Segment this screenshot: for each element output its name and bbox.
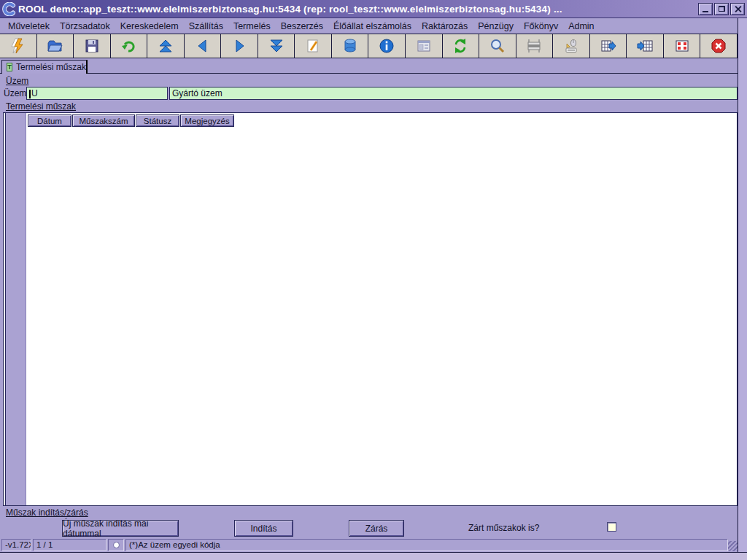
closed-shifts-checkbox[interactable] xyxy=(607,522,616,532)
table-rows-icon xyxy=(526,38,542,54)
toolbar-stop-button[interactable] xyxy=(700,34,738,58)
tab-t-icon: T xyxy=(7,63,12,71)
menu-item-muveletek[interactable]: Műveletek xyxy=(3,20,55,33)
application-window: ROOL demo::app_teszt::www.elelmiszerbizt… xyxy=(0,0,747,560)
tab-label: Termelési műszak xyxy=(16,62,86,72)
resize-grip[interactable] xyxy=(728,541,738,551)
tab-strip: T Termelési műszak xyxy=(0,60,738,74)
toolbar-table-cells-button[interactable] xyxy=(664,34,701,58)
toolbar-info-button[interactable] xyxy=(368,34,406,58)
minimize-icon xyxy=(703,11,708,12)
minimize-button[interactable] xyxy=(698,3,713,15)
status-led-panel xyxy=(108,539,124,551)
table-header-row: Dátum Műszakszám Státusz Megjegyzés xyxy=(28,114,235,127)
toolbar-table-rows-button[interactable] xyxy=(516,34,554,58)
menu-item-kereskedelem[interactable]: Kereskedelem xyxy=(115,20,184,33)
toolbar-import-table-button[interactable] xyxy=(627,34,664,58)
version-panel: -v1.72X xyxy=(1,539,31,551)
text-caret xyxy=(29,90,31,98)
window-frame-right xyxy=(738,18,747,552)
toolbar-export-table-button[interactable] xyxy=(590,34,627,58)
toolbar-save-button[interactable] xyxy=(74,34,111,58)
search-icon xyxy=(489,38,506,54)
tab-termelesi-muszak[interactable]: T Termelési műszak xyxy=(1,60,88,74)
menu-item-termeles[interactable]: Termelés xyxy=(228,20,276,33)
toolbar-open-button[interactable] xyxy=(37,34,74,58)
window-frame-bottom xyxy=(0,552,747,560)
close-shift-button[interactable]: Zárás xyxy=(349,520,404,537)
menu-item-fokonyv[interactable]: Főkönyv xyxy=(519,20,563,33)
column-header-statusz[interactable]: Státusz xyxy=(136,114,179,127)
keyboard-icon xyxy=(563,38,579,54)
column-header-megjegyzes[interactable]: Megjegyzés xyxy=(180,114,234,127)
edit-pencil-icon xyxy=(305,38,321,54)
save-floppy-icon xyxy=(84,38,100,54)
info-icon xyxy=(379,38,395,54)
import-table-icon xyxy=(637,38,653,54)
toolbar-first-record-button[interactable] xyxy=(147,34,185,58)
close-icon xyxy=(735,6,741,12)
start-shift-button[interactable]: Indítás xyxy=(234,520,293,537)
record-position-panel: 1 / 1 xyxy=(33,539,107,551)
toolbar-keyboard-button[interactable] xyxy=(553,34,590,58)
row-selector-column xyxy=(5,113,26,505)
window-title: ROOL demo::app_teszt::www.elelmiszerbizt… xyxy=(18,4,695,15)
run-lightning-icon xyxy=(10,38,26,54)
last-record-icon xyxy=(268,38,285,54)
menu-item-raktarozas[interactable]: Raktározás xyxy=(417,20,473,33)
undo-arrow-icon xyxy=(120,38,136,54)
column-header-datum[interactable]: Dátum xyxy=(28,114,71,127)
menu-item-admin[interactable]: Admin xyxy=(563,20,599,33)
stop-close-icon xyxy=(711,38,727,54)
export-table-icon xyxy=(600,38,616,54)
column-header-muszakszam[interactable]: Műszakszám xyxy=(72,114,135,127)
uzem-section-link[interactable]: Üzem xyxy=(6,76,28,86)
first-record-icon xyxy=(158,38,174,54)
toolbar-next-record-button[interactable] xyxy=(221,34,258,58)
toolbar-search-button[interactable] xyxy=(479,34,516,58)
app-logo-icon xyxy=(2,2,16,16)
previous-record-icon xyxy=(195,38,211,54)
uzem-field-label: Üzem: xyxy=(4,88,29,98)
hint-panel: (*)Az üzem egyedi kódja xyxy=(125,539,728,551)
next-record-icon xyxy=(231,38,247,54)
toolbar-undo-button[interactable] xyxy=(111,34,148,58)
title-bar[interactable]: ROOL demo::app_teszt::www.elelmiszerbizt… xyxy=(0,0,747,18)
toolbar-run-button[interactable] xyxy=(0,34,37,58)
restore-icon xyxy=(719,6,725,12)
menu-item-penzugy[interactable]: Pénzügy xyxy=(473,20,519,33)
open-folder-icon xyxy=(47,38,63,54)
refresh-icon xyxy=(452,38,468,54)
toolbar-last-record-button[interactable] xyxy=(258,34,295,58)
form-window-icon xyxy=(416,38,432,54)
menu-item-eloallat[interactable]: Élőállat elszámolás xyxy=(328,20,417,33)
shifts-section-link[interactable]: Termelési műszak xyxy=(6,101,76,112)
uzem-code-value: U xyxy=(31,88,38,98)
shifts-table[interactable]: Dátum Műszakszám Státusz Megjegyzés xyxy=(3,112,738,506)
toolbar-form-view-button[interactable] xyxy=(406,34,443,58)
close-button[interactable] xyxy=(730,3,745,15)
menu-item-torzsadatok[interactable]: Törzsadatok xyxy=(55,20,115,33)
actions-section-link[interactable]: Műszak indítás/zárás xyxy=(6,508,88,518)
database-cylinder-icon xyxy=(342,38,358,54)
uzem-name-value: Gyártó üzem xyxy=(172,88,222,98)
menu-bar: Műveletek Törzsadatok Kereskedelem Száll… xyxy=(0,18,738,34)
toolbar-edit-button[interactable] xyxy=(295,34,332,58)
toolbar xyxy=(0,34,738,58)
uzem-code-input[interactable]: U xyxy=(26,87,168,100)
status-bar: -v1.72X 1 / 1 (*)Az üzem egyedi kódja xyxy=(0,539,738,552)
toolbar-refresh-button[interactable] xyxy=(443,34,480,58)
toolbar-database-button[interactable] xyxy=(332,34,369,58)
new-shift-today-button[interactable]: Új műszak indítás mai dátummal xyxy=(62,520,179,537)
restore-button[interactable] xyxy=(714,3,729,15)
menu-item-beszerzes[interactable]: Beszerzés xyxy=(276,20,328,33)
closed-shifts-label: Zárt műszakok is? xyxy=(468,523,539,533)
toolbar-previous-record-button[interactable] xyxy=(185,34,222,58)
table-cells-icon xyxy=(674,38,690,54)
status-led-icon xyxy=(113,542,120,548)
uzem-name-field[interactable]: Gyártó üzem xyxy=(169,87,738,100)
menu-item-szallitas[interactable]: Szállítás xyxy=(184,20,228,33)
